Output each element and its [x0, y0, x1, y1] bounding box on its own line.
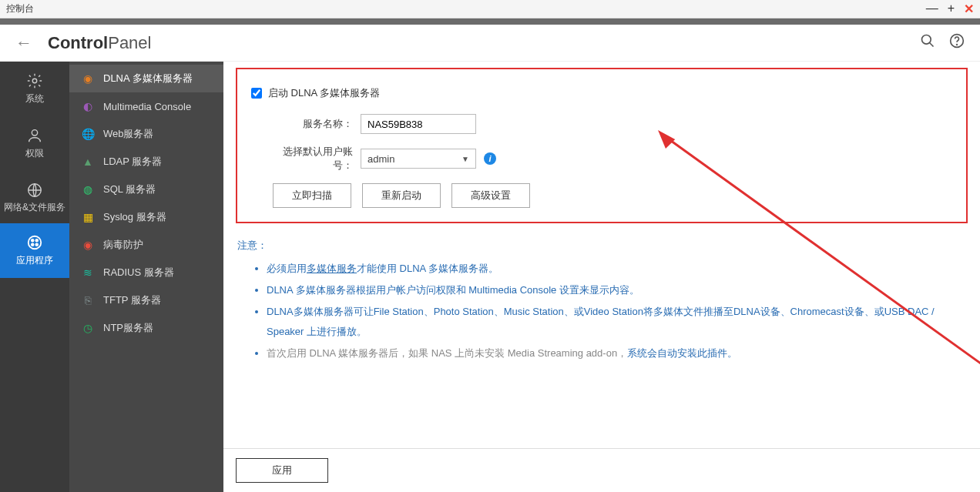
svg-point-0: [922, 35, 931, 45]
app-title: ControlPanel: [48, 33, 151, 53]
sidebar-item-sql[interactable]: ◍SQL 服务器: [69, 176, 223, 203]
service-name-row: 服务名称：: [251, 114, 952, 134]
rail-item-system[interactable]: 系统: [0, 62, 69, 116]
window-title: 控制台: [6, 2, 34, 15]
rail-label: 网络&文件服务: [4, 202, 65, 213]
rail-label: 应用程序: [16, 254, 53, 267]
search-icon[interactable]: [920, 33, 935, 52]
service-name-label: 服务名称：: [268, 117, 353, 131]
sidebar-item-label: LDAP 服务器: [103, 155, 162, 169]
scan-now-button[interactable]: 立即扫描: [273, 183, 351, 208]
default-user-select[interactable]: admin ▼: [361, 149, 476, 169]
rail-item-permission[interactable]: 权限: [0, 116, 69, 171]
back-icon[interactable]: ←: [15, 33, 32, 53]
radius-icon: ≋: [80, 265, 96, 280]
svg-point-4: [32, 79, 37, 83]
nav-rail: 系统 权限 网络&文件服务 应用程序: [0, 62, 69, 492]
apply-button[interactable]: 应用: [236, 458, 328, 483]
header-actions: [920, 33, 965, 52]
svg-point-11: [35, 244, 38, 246]
sidebar-item-label: Multimedia Console: [103, 101, 191, 112]
syslog-icon: ▦: [80, 209, 96, 225]
sidebar-item-web[interactable]: 🌐Web服务器: [69, 120, 223, 148]
advanced-settings-button[interactable]: 高级设置: [451, 183, 530, 208]
sidebar-item-label: RADIUS 服务器: [103, 266, 174, 279]
sidebar-item-syslog[interactable]: ▦Syslog 服务器: [69, 203, 223, 231]
rail-label: 权限: [25, 147, 44, 160]
user-icon: [26, 127, 43, 144]
dlna-icon: ◉: [80, 71, 96, 86]
svg-point-7: [29, 236, 42, 249]
chevron-down-icon: ▼: [461, 155, 469, 163]
header: ← ControlPanel: [0, 25, 980, 62]
content-area: 启动 DLNA 多媒体服务器 服务名称： 选择默认用户账号： admin ▼ i…: [223, 62, 980, 492]
notice-item: 必须启用多媒体服务才能使用 DLNA 多媒体服务器。: [267, 259, 968, 279]
shield-icon: ◉: [80, 237, 96, 253]
ntp-icon: ◷: [80, 320, 96, 336]
sidebar-item-ldap[interactable]: ▲LDAP 服务器: [69, 148, 223, 176]
service-name-input[interactable]: [361, 114, 476, 134]
default-user-row: 选择默认用户账号： admin ▼ i: [251, 145, 952, 172]
restart-button[interactable]: 重新启动: [362, 183, 441, 208]
sidebar-item-dlna[interactable]: ◉DLNA 多媒体服务器: [69, 65, 223, 92]
sidebar-item-tftp[interactable]: ⎘TFTP 服务器: [69, 286, 223, 314]
default-user-label: 选择默认用户账号：: [268, 145, 353, 172]
multimedia-icon: ◐: [80, 99, 96, 114]
sidebar-item-label: SQL 服务器: [103, 182, 156, 196]
apps-icon: [26, 234, 43, 251]
svg-point-10: [32, 244, 34, 246]
rail-item-apps[interactable]: 应用程序: [0, 223, 69, 278]
sidebar-item-label: 病毒防护: [103, 238, 143, 252]
enable-dlna-label: 启动 DLNA 多媒体服务器: [268, 86, 380, 100]
sidebar-item-multimedia[interactable]: ◐Multimedia Console: [69, 92, 223, 120]
sidebar-item-radius[interactable]: ≋RADIUS 服务器: [69, 259, 223, 286]
action-buttons: 立即扫描 重新启动 高级设置: [251, 183, 952, 208]
tftp-icon: ⎘: [80, 293, 96, 308]
sidebar-item-label: Web服务器: [103, 127, 154, 141]
svg-point-5: [32, 130, 37, 136]
ldap-icon: ▲: [80, 154, 96, 169]
sidebar-item-label: NTP服务器: [103, 321, 153, 335]
info-icon[interactable]: i: [484, 152, 496, 165]
web-icon: 🌐: [80, 126, 96, 142]
globe-icon: [26, 182, 43, 199]
svg-point-9: [35, 239, 38, 242]
sidebar-item-label: DLNA 多媒体服务器: [103, 72, 193, 85]
select-value: admin: [368, 153, 394, 165]
settings-panel: 启动 DLNA 多媒体服务器 服务名称： 选择默认用户账号： admin ▼ i…: [236, 68, 968, 223]
svg-line-1: [930, 43, 934, 47]
svg-point-3: [957, 45, 958, 45]
enable-dlna-checkbox[interactable]: [251, 88, 262, 99]
notice-item: DLNA 多媒体服务器根据用户帐户访问权限和 Multimedia Consol…: [267, 280, 968, 300]
sidebar-item-label: Syslog 服务器: [103, 210, 166, 224]
window-titlebar: 控制台 — + ✕: [0, 0, 980, 18]
notice-heading: 注意：: [237, 239, 968, 253]
help-icon[interactable]: [949, 33, 965, 52]
maximize-icon[interactable]: +: [948, 2, 955, 16]
notice-list: 必须启用多媒体服务才能使用 DLNA 多媒体服务器。 DLNA 多媒体服务器根据…: [236, 259, 968, 363]
sql-icon: ◍: [80, 182, 96, 197]
minimize-icon[interactable]: —: [926, 2, 938, 16]
svg-point-8: [32, 239, 34, 242]
window-controls: — + ✕: [926, 2, 974, 16]
multimedia-service-link[interactable]: 多媒体服务: [307, 263, 357, 274]
sidebar-item-antivirus[interactable]: ◉病毒防护: [69, 231, 223, 259]
sidebar-item-ntp[interactable]: ◷NTP服务器: [69, 314, 223, 342]
notice-item: DLNA多媒体服务器可让File Station、Photo Station、M…: [267, 302, 968, 342]
sidebar: ◉DLNA 多媒体服务器 ◐Multimedia Console 🌐Web服务器…: [69, 62, 223, 492]
enable-checkbox-row: 启动 DLNA 多媒体服务器: [251, 86, 952, 100]
toolbar-strip: [0, 18, 980, 25]
close-icon[interactable]: ✕: [964, 2, 974, 16]
footer: 应用: [223, 448, 980, 492]
rail-label: 系统: [25, 92, 44, 105]
rail-item-network[interactable]: 网络&文件服务: [0, 171, 69, 223]
sidebar-item-label: TFTP 服务器: [103, 293, 161, 307]
notice-item: 首次启用 DLNA 媒体服务器后，如果 NAS 上尚未安装 Media Stre…: [267, 343, 968, 363]
gear-icon: [26, 72, 43, 89]
main: 系统 权限 网络&文件服务 应用程序 ◉DLNA 多媒体服务器 ◐Multime…: [0, 62, 980, 492]
